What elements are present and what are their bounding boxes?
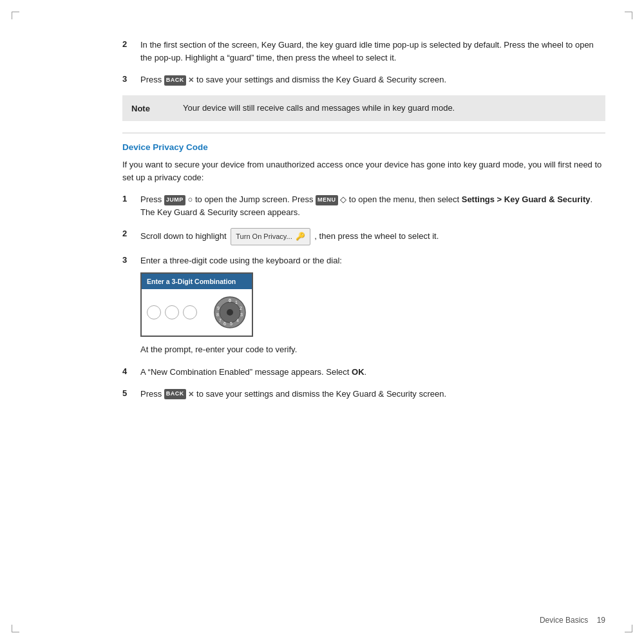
step-num-2-top: 2: [122, 39, 140, 49]
svg-text:2: 2: [240, 306, 242, 310]
step-text-3-top: Press BACK ✕ to save your settings and d…: [140, 73, 605, 86]
main-content: 2 In the first section of the screen, Ke…: [122, 39, 605, 605]
digit-combination-dialog: Enter a 3-Digit Combination: [140, 272, 253, 337]
footer-page-num: 19: [597, 616, 605, 625]
svg-text:8: 8: [216, 312, 219, 317]
step-text-5: Press BACK ✕ to save your settings and d…: [140, 388, 605, 401]
dial-icon: 0 1 2 3 4 5 6 7 8 9: [213, 296, 247, 329]
svg-text:7: 7: [219, 318, 222, 323]
step-num-5: 5: [122, 388, 140, 398]
note-box: Note Your device will still receive call…: [122, 95, 605, 121]
digit-circle-1: [147, 305, 161, 319]
svg-text:5: 5: [230, 321, 232, 326]
section-title: Device Privacy Code: [122, 142, 605, 152]
step-2: 2 Scroll down to highlight Turn On Priva…: [122, 228, 605, 245]
privacy-btn-label: Turn On Privacy...: [236, 231, 292, 242]
svg-text:6: 6: [223, 321, 226, 326]
section-divider: [122, 133, 605, 133]
key-icon: 🔑: [296, 231, 305, 243]
svg-text:1: 1: [235, 300, 238, 305]
note-label: Note: [131, 104, 183, 113]
svg-text:9: 9: [217, 306, 220, 310]
digit-circles: [147, 305, 197, 319]
step-2-top: 2 In the first section of the screen, Ke…: [122, 39, 605, 64]
step-num-1: 1: [122, 194, 140, 204]
corner-mark-bl: [12, 625, 19, 632]
jump-kbd: JUMP: [164, 195, 185, 205]
step-1: 1 Press JUMP ○ to open the Jump screen. …: [122, 193, 605, 219]
digit-circle-2: [165, 305, 179, 319]
turn-on-privacy-button: Turn On Privacy... 🔑: [231, 228, 310, 245]
page: 2 In the first section of the screen, Ke…: [0, 0, 644, 644]
svg-text:4: 4: [236, 318, 239, 323]
step-text-2: Scroll down to highlight Turn On Privacy…: [140, 228, 605, 245]
svg-point-2: [227, 309, 233, 316]
corner-mark-br: [625, 625, 632, 632]
step-3-top: 3 Press BACK ✕ to save your settings and…: [122, 73, 605, 86]
x-icon-1: ✕: [188, 76, 194, 84]
digit-circle-3: [183, 305, 197, 319]
digit-dialog-title: Enter a 3-Digit Combination: [142, 274, 252, 289]
step-text-4: A “New Combination Enabled” message appe…: [140, 366, 605, 379]
note-text: Your device will still receive calls and…: [183, 102, 455, 115]
step-num-2: 2: [122, 229, 140, 238]
step-num-3: 3: [122, 255, 140, 265]
digit-dialog-body: 0 1 2 3 4 5 6 7 8 9: [142, 289, 252, 336]
step-text-2-top: In the first section of the screen, Key …: [140, 39, 605, 64]
back-kbd-2: BACK: [164, 389, 186, 399]
corner-mark-tr: [625, 12, 632, 19]
x-icon-2: ✕: [188, 390, 194, 398]
step-5: 5 Press BACK ✕ to save your settings and…: [122, 388, 605, 401]
step-text-3: Enter a three-digit code using the keybo…: [140, 254, 605, 357]
back-kbd-1: BACK: [164, 75, 186, 86]
step-3: 3 Enter a three-digit code using the key…: [122, 254, 605, 357]
step-num-3-top: 3: [122, 74, 140, 84]
svg-text:0: 0: [229, 298, 231, 303]
step-text-1: Press JUMP ○ to open the Jump screen. Pr…: [140, 193, 605, 219]
section-intro: If you want to secure your device from u…: [122, 158, 605, 184]
footer: Device Basics 19: [540, 616, 605, 625]
svg-text:3: 3: [240, 312, 243, 317]
corner-mark-tl: [12, 12, 19, 19]
step-4: 4 A “New Combination Enabled” message ap…: [122, 366, 605, 379]
footer-text: Device Basics: [540, 616, 588, 625]
step-num-4: 4: [122, 366, 140, 376]
menu-kbd: MENU: [316, 195, 338, 205]
